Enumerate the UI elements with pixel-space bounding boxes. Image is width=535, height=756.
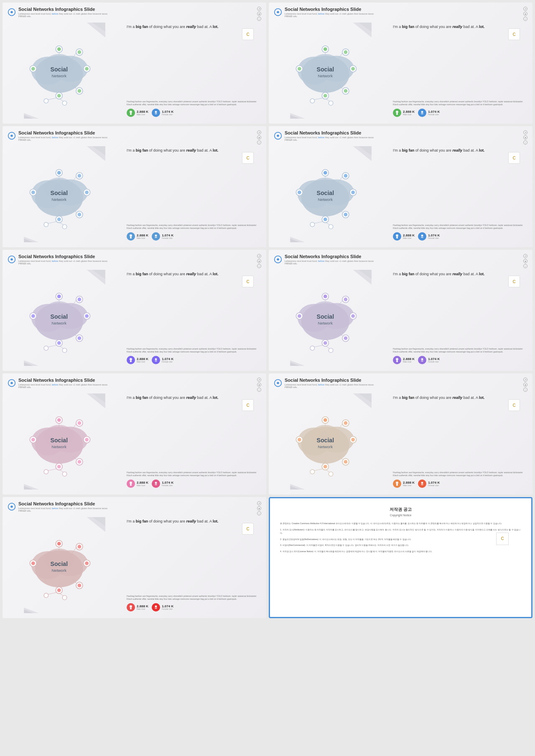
brand-box: C <box>242 523 254 535</box>
svg-point-95 <box>44 178 74 200</box>
logo-icon <box>274 8 282 16</box>
female-label: Female User <box>162 361 173 363</box>
headline: I'm a big fan of doing what you are real… <box>127 271 258 277</box>
slide-title: Social Networks Infographics Slide <box>285 130 377 136</box>
svg-point-157 <box>324 218 327 221</box>
svg-point-190 <box>78 297 82 301</box>
female-number: 1.074 K <box>162 604 173 608</box>
svg-point-291 <box>44 469 48 474</box>
svg-line-292 <box>48 469 56 470</box>
corner-icon-3[interactable]: ↓ <box>523 140 527 145</box>
svg-point-149 <box>351 190 355 194</box>
svg-point-41 <box>130 111 132 113</box>
title-text-group: Social Networks Infographics Slide Lette… <box>18 130 110 141</box>
corner-icon-2[interactable]: ● <box>523 259 527 263</box>
corner-icon-2[interactable]: ● <box>257 12 261 16</box>
corner-icon-3[interactable]: ↓ <box>523 264 527 268</box>
body-text: Hashtag fashion axe fingerstache, everyd… <box>127 595 258 601</box>
svg-text:Network: Network <box>51 197 66 202</box>
slide-title: Social Networks Infographics Slide <box>18 378 110 383</box>
slide-inner: Social Networks Infographics Slide Lette… <box>3 373 266 495</box>
corner-icon-3[interactable]: ↓ <box>523 388 527 392</box>
corner-icon-1[interactable]: ↗ <box>523 254 527 258</box>
male-label: Male User <box>137 237 148 239</box>
svg-line-28 <box>48 98 56 99</box>
network-area: Social Network <box>269 146 393 242</box>
corner-icon-2[interactable]: ● <box>523 383 527 387</box>
slide-1: Social Networks Infographics Slide Lette… <box>3 3 266 124</box>
svg-point-363 <box>57 542 61 545</box>
corner-icon-1[interactable]: ↗ <box>257 501 261 505</box>
slide-inner: Social Networks Infographics Slide Lette… <box>3 3 266 124</box>
corner-icon-1[interactable]: ↗ <box>523 7 527 11</box>
svg-text:Network: Network <box>318 197 333 202</box>
slide-3: Social Networks Infographics Slide Lette… <box>3 126 266 247</box>
corner-icon-2[interactable]: ● <box>257 506 261 510</box>
corner-icon-3[interactable]: ↓ <box>257 140 261 145</box>
slide-7: Social Networks Infographics Slide Lette… <box>3 373 266 495</box>
svg-point-152 <box>344 213 348 216</box>
corner-icon-1[interactable]: ↗ <box>523 130 527 134</box>
corner-icons: ↗ ● ↓ <box>523 130 527 145</box>
subtitle-highlight: before <box>52 136 59 139</box>
svg-text:Social: Social <box>50 313 68 320</box>
svg-point-203 <box>44 346 48 350</box>
svg-point-173 <box>396 234 398 237</box>
corner-icon-3[interactable]: ↓ <box>257 17 261 21</box>
corner-icon-3[interactable]: ↓ <box>523 17 527 21</box>
slide-6: Social Networks Infographics Slide Lette… <box>269 250 532 371</box>
svg-point-243 <box>298 314 301 318</box>
corner-icon-3[interactable]: ↓ <box>257 388 261 392</box>
corner-icon-3[interactable]: ↓ <box>257 511 261 515</box>
corner-icon-2[interactable]: ● <box>257 383 261 387</box>
corner-icons: ↗ ● ↓ <box>257 501 261 515</box>
corner-icon-1[interactable]: ↗ <box>257 7 261 11</box>
male-icon <box>393 356 401 364</box>
title-group: Social Networks Infographics Slide Lette… <box>8 501 110 512</box>
svg-point-293 <box>62 472 67 477</box>
slide-content: Social Network <box>269 393 532 493</box>
svg-point-328 <box>344 460 348 464</box>
svg-rect-350 <box>396 484 398 486</box>
stat-male: 2.888 K Male User <box>127 356 148 364</box>
svg-point-227 <box>311 301 340 323</box>
svg-rect-306 <box>130 484 132 486</box>
svg-point-335 <box>310 469 315 474</box>
svg-point-333 <box>324 465 327 469</box>
title-text-group: Social Networks Infographics Slide Lette… <box>285 378 377 388</box>
male-number: 2.888 K <box>137 233 148 237</box>
stat-female: 1.074 K Female User <box>418 232 440 241</box>
male-label: Male User <box>403 485 415 487</box>
corner-icons: ↗ ● ↓ <box>257 254 261 268</box>
svg-point-240 <box>344 336 348 340</box>
stat-female-text: 1.074 K Female User <box>428 233 440 239</box>
corner-icon-1[interactable]: ↗ <box>257 254 261 258</box>
text-area: C I'm a big fan of doing what you are re… <box>127 393 261 490</box>
corner-icon-2[interactable]: ● <box>257 135 261 140</box>
slide-inner: Social Networks Infographics Slide Lette… <box>269 3 532 124</box>
female-number: 1.074 K <box>162 357 173 361</box>
female-label: Female User <box>428 237 440 239</box>
corner-icon-2[interactable]: ● <box>523 135 527 140</box>
svg-point-193 <box>85 314 89 318</box>
corner-icon-1[interactable]: ↗ <box>257 130 261 134</box>
svg-text:Social: Social <box>50 190 68 196</box>
subtitle-highlight: before <box>52 13 59 15</box>
corner-icon-2[interactable]: ● <box>523 12 527 16</box>
slide-content: Social Network <box>3 393 266 493</box>
svg-point-23 <box>31 67 35 71</box>
stat-female: 1.074 K Female User <box>152 109 173 117</box>
corner-icon-2[interactable]: ● <box>257 259 261 263</box>
corner-icon-1[interactable]: ↗ <box>523 378 527 382</box>
svg-line-204 <box>48 345 56 347</box>
corner-icon-1[interactable]: ↗ <box>257 378 261 382</box>
corner-icons: ↗ ● ↓ <box>257 378 261 392</box>
female-icon <box>152 479 160 488</box>
stat-female-text: 1.074 K Female User <box>162 357 173 363</box>
copyright-paragraph: 1. 저작자 표시(Attribution): 이용자는 원 저작물의 저작자를… <box>280 528 521 535</box>
brand-box: C <box>242 152 254 164</box>
slide-header: Social Networks Infographics Slide Lette… <box>3 126 266 146</box>
body-text: Hashtag fashion axe fingerstache, everyd… <box>393 100 524 106</box>
male-icon <box>127 603 135 611</box>
corner-icon-3[interactable]: ↓ <box>257 264 261 268</box>
